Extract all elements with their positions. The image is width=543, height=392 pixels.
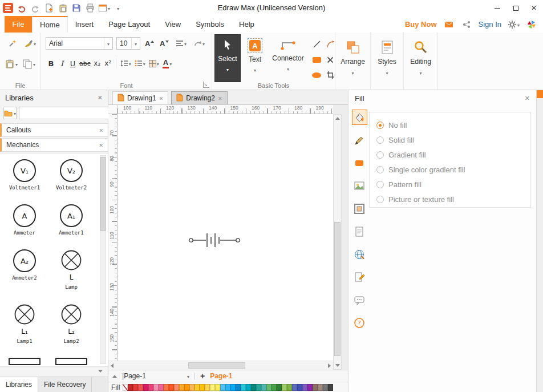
superscript-button[interactable]: x² — [103, 57, 114, 70]
save-button[interactable] — [71, 2, 82, 14]
rectangle-tool-button[interactable] — [310, 52, 323, 67]
maximize-button[interactable] — [506, 0, 525, 16]
add-page-button[interactable]: + — [200, 371, 205, 381]
fill-bucket-icon[interactable] — [352, 110, 367, 125]
print-button[interactable] — [84, 2, 96, 14]
line-style-icon[interactable] — [352, 132, 367, 148]
buy-now-link[interactable]: Buy Now — [405, 20, 437, 29]
scroll-down-icon[interactable] — [98, 370, 103, 373]
close-window-button[interactable] — [525, 0, 543, 16]
settings-gear-icon[interactable] — [508, 18, 520, 31]
library-symbol-rectangle[interactable] — [55, 358, 87, 365]
scroll-left-arrow[interactable] — [108, 362, 116, 369]
color-swatch[interactable] — [169, 384, 174, 391]
arc-tool-button[interactable] — [324, 37, 337, 51]
comment-icon[interactable] — [352, 292, 367, 308]
library-symbol-lamp[interactable]: LLamp — [60, 249, 82, 290]
tab-file[interactable]: File — [5, 16, 32, 33]
connector-tool-button[interactable]: Connector — [269, 34, 307, 82]
ellipse-tool-button[interactable] — [310, 68, 323, 82]
color-swatch[interactable] — [215, 384, 220, 391]
redo-button[interactable] — [30, 2, 41, 14]
library-scrollbar[interactable] — [100, 155, 106, 364]
fill-option-gradient-fill[interactable]: Gradient fill — [376, 147, 524, 162]
horizontal-scrollbar[interactable] — [108, 361, 333, 370]
font-size-combo[interactable]: 10 — [116, 37, 140, 50]
color-swatch[interactable] — [184, 384, 189, 391]
panel-scroll-button[interactable] — [537, 90, 543, 98]
library-folder-selector[interactable] — [3, 107, 17, 119]
color-swatch[interactable] — [128, 384, 133, 391]
italic-button[interactable]: I — [56, 57, 67, 70]
color-swatch[interactable] — [318, 384, 323, 391]
color-swatch[interactable] — [138, 384, 143, 391]
library-symbol-voltmeter2[interactable]: V₂Voltmeter2 — [56, 159, 87, 191]
gift-icon[interactable] — [443, 18, 455, 31]
bottom-tab-libraries[interactable]: Libraries — [0, 377, 38, 392]
library-symbol-rectangle[interactable] — [9, 358, 40, 365]
color-swatch[interactable] — [292, 384, 297, 391]
color-swatch[interactable] — [241, 384, 246, 391]
tab-page-layout[interactable]: Page Layout — [101, 16, 157, 33]
tab-symbols[interactable]: Symbols — [188, 16, 232, 33]
editing-button[interactable]: Editing — [404, 35, 437, 87]
library-symbol-ammeter1[interactable]: A₁Ammeter1 — [59, 204, 83, 236]
color-swatch[interactable] — [200, 384, 205, 391]
crop-tool-button[interactable] — [324, 68, 337, 82]
library-symbol-lamp2[interactable]: L₂Lamp2 — [60, 304, 82, 344]
battery-shape[interactable] — [188, 232, 241, 249]
color-swatch[interactable] — [307, 384, 313, 391]
color-swatch[interactable] — [282, 384, 287, 391]
line-tool-button[interactable] — [310, 37, 323, 51]
color-swatch[interactable] — [313, 384, 318, 391]
close-section-icon[interactable] — [99, 126, 103, 134]
help-icon[interactable]: ? — [352, 315, 367, 330]
close-tab-icon[interactable] — [159, 94, 164, 102]
styles-button[interactable]: Styles — [371, 35, 403, 87]
library-symbol-ammeter2[interactable]: A₂Ammeter2 — [12, 249, 37, 290]
color-swatch[interactable] — [179, 384, 184, 391]
close-libraries-button[interactable] — [98, 94, 103, 102]
color-swatch[interactable] — [210, 384, 215, 391]
page-tab[interactable]: Page-1 — [210, 372, 232, 380]
library-scroll-down-row[interactable] — [0, 366, 108, 375]
vertical-scrollbar[interactable] — [333, 114, 342, 370]
color-swatch[interactable] — [287, 384, 292, 391]
library-symbol-lamp1[interactable]: L₁Lamp1 — [14, 304, 35, 344]
color-swatch[interactable] — [272, 384, 277, 391]
scroll-down-arrow[interactable] — [334, 362, 341, 369]
decrease-font-button[interactable]: A — [159, 37, 170, 50]
scrollbar-thumb[interactable] — [334, 222, 341, 356]
library-section-mechanics[interactable]: Mechanics — [0, 138, 108, 152]
subscript-button[interactable]: x₂ — [92, 57, 103, 70]
library-symbol-ammeter[interactable]: AAmmeter — [13, 204, 36, 236]
color-swatch[interactable] — [189, 384, 194, 391]
color-swatch[interactable] — [236, 384, 241, 391]
color-swatch[interactable] — [164, 384, 169, 391]
undo-button[interactable] — [16, 2, 27, 14]
hyperlink-globe-icon[interactable] — [352, 246, 367, 262]
paste-ribbon-button[interactable] — [5, 58, 18, 70]
increase-font-button[interactable]: A — [144, 37, 155, 50]
library-search-input[interactable] — [19, 107, 113, 119]
text-tool-button[interactable]: Text — [243, 34, 267, 82]
note-icon[interactable] — [352, 224, 367, 239]
color-swatch[interactable] — [277, 384, 282, 391]
fill-option-pattern-fill[interactable]: Pattern fill — [376, 177, 524, 192]
color-swatch[interactable] — [323, 384, 328, 391]
tab-view[interactable]: View — [157, 16, 188, 33]
color-swatch[interactable] — [220, 384, 225, 391]
color-swatch[interactable] — [261, 384, 266, 391]
picture-icon[interactable] — [352, 178, 367, 193]
color-swatch[interactable] — [194, 384, 200, 391]
close-section-icon[interactable] — [99, 141, 103, 149]
copy-button[interactable] — [22, 58, 35, 70]
share-icon[interactable] — [461, 18, 472, 31]
border-button[interactable] — [147, 57, 161, 70]
picture-frame-icon[interactable] — [352, 201, 367, 216]
underline-button[interactable]: U — [67, 57, 78, 70]
color-swatch[interactable] — [256, 384, 261, 391]
minimize-button[interactable] — [488, 0, 506, 16]
scroll-up-arrow[interactable] — [334, 115, 341, 122]
color-swatch[interactable] — [246, 384, 251, 391]
